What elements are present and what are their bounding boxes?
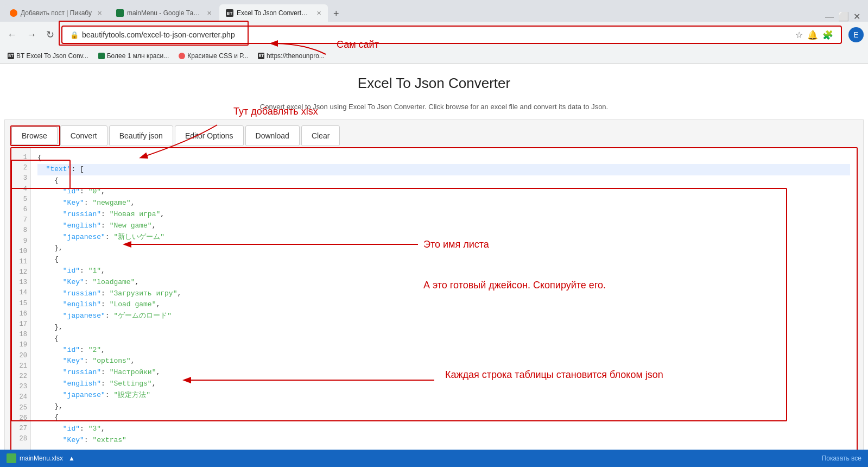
tab-close-pikabu[interactable]: ✕ [97, 10, 102, 17]
line-number-6: 6 [15, 205, 27, 215]
bookmark-green[interactable]: Более 1 млн краси... [95, 51, 173, 61]
forward-button[interactable]: → [24, 27, 39, 43]
tab-favicon-beautify: BT [226, 9, 233, 17]
tab-favicon-sheets [116, 9, 124, 17]
minimize-icon[interactable]: — [825, 12, 834, 22]
json-line-12: "id": "1", [37, 266, 850, 277]
profile-button[interactable]: E [848, 27, 864, 42]
refresh-button[interactable]: ↻ [43, 27, 57, 43]
json-editor-inner: 1234567891011121314151617181920212223242… [11, 148, 857, 450]
tab-bar: Добавить пост | Пикабу ✕ mainMenu - Goog… [0, 0, 868, 22]
back-button[interactable]: ← [4, 27, 20, 43]
status-show-all[interactable]: Показать все [822, 455, 861, 462]
status-bar: mainMenu.xlsx ▲ Показать все [0, 450, 868, 467]
browse-button[interactable]: Browse [11, 127, 58, 145]
json-line-16: "japanese": "ゲームのロード" [37, 311, 850, 322]
json-line-27: "id": "3", [37, 424, 850, 435]
tab-label-beautify: Excel To Json Converter - Beautif... [237, 9, 311, 17]
bookmark-css-icon [179, 53, 185, 59]
bookmark-bt[interactable]: BT BT Excel To Json Conv... [4, 51, 92, 61]
line-number-18: 18 [15, 330, 27, 340]
line-number-13: 13 [15, 277, 27, 288]
json-line-20: "id": "2", [37, 345, 850, 356]
tab-sheets[interactable]: mainMenu - Google Таблицы ✕ [110, 4, 218, 22]
page-title: Excel To Json Converter [0, 75, 868, 92]
omnibar: ← → ↻ 🔒 ☆ 🔔 🧩 E [0, 22, 868, 48]
page-title-area: Excel To Json Converter [0, 64, 868, 97]
beautify-button[interactable]: Beautify json [109, 125, 173, 146]
line-number-3: 3 [15, 173, 27, 184]
json-line-13: "Key": "loadgame", [37, 277, 850, 288]
browser-toolbar-icons: E [848, 27, 864, 42]
bookmark-bt-icon: BT [8, 53, 14, 59]
status-expand-icon[interactable]: ▲ [68, 455, 75, 462]
bookmark-noun[interactable]: BT https://thenounpro... [255, 51, 328, 61]
tab-close-sheets[interactable]: ✕ [207, 10, 212, 17]
alert-icon: 🔔 [807, 30, 818, 40]
address-bar[interactable]: 🔒 ☆ 🔔 🧩 [61, 26, 842, 44]
line-number-14: 14 [15, 288, 27, 298]
json-line-10: { [37, 254, 850, 266]
json-line-21: "Key": "options", [37, 356, 850, 367]
json-line-28: "Key": "extras" [37, 435, 850, 446]
bookmark-green-label: Более 1 млн краси... [107, 52, 169, 60]
line-number-9: 9 [15, 236, 27, 247]
lock-icon: 🔒 [70, 31, 79, 39]
tab-label-pikabu: Добавить пост | Пикабу [21, 9, 92, 17]
json-line-22: "russian": "Настройки", [37, 367, 850, 378]
bookmark-noun-label: https://thenounpro... [267, 52, 325, 60]
line-number-5: 5 [15, 194, 27, 205]
tab-beautify[interactable]: BT Excel To Json Converter - Beautif... … [219, 4, 328, 22]
json-line-7: "english": "New game", [37, 220, 850, 232]
editor-options-button[interactable]: Editor Options [175, 125, 244, 146]
bookmark-star-icon[interactable]: ☆ [795, 30, 803, 40]
json-line-9: }, [37, 243, 850, 254]
json-line-15: "english": "Load game", [37, 299, 850, 311]
bookmark-css-label: Красивые CSS и Р... [187, 52, 248, 60]
json-line-26: { [37, 412, 850, 424]
json-line-17: }, [37, 322, 850, 333]
convert-button[interactable]: Convert [60, 125, 107, 146]
maximize-icon[interactable]: ⬜ [838, 11, 849, 22]
new-tab-button[interactable]: + [329, 6, 344, 22]
line-number-15: 15 [15, 299, 27, 309]
line-number-7: 7 [15, 215, 27, 225]
line-number-10: 10 [15, 247, 27, 257]
bookmarks-bar: BT BT Excel To Json Conv... Более 1 млн … [0, 48, 868, 64]
json-content[interactable]: { "text": [ { "id": "0", "Key": "newgame… [31, 148, 857, 450]
json-editor[interactable]: 1234567891011121314151617181920212223242… [10, 147, 858, 450]
close-icon[interactable]: ✕ [853, 11, 860, 22]
json-line-6: "russian": "Новая игра", [37, 209, 850, 220]
converter-toolbar: Browse Convert Beautify json Editor Opti… [10, 125, 858, 146]
clear-button[interactable]: Clear [301, 125, 340, 146]
tab-label-sheets: mainMenu - Google Таблицы [127, 9, 201, 17]
address-icons: ☆ 🔔 🧩 [795, 30, 833, 40]
line-number-11: 11 [15, 257, 27, 267]
status-file-name: mainMenu.xlsx [20, 455, 63, 462]
file-icon [7, 453, 16, 463]
json-line-24: "japanese": "設定方法" [37, 390, 850, 401]
bookmark-green-icon [98, 53, 105, 59]
json-line-5: "Key": "newgame", [37, 198, 850, 209]
tab-pikabu[interactable]: Добавить пост | Пикабу ✕ [3, 4, 109, 22]
line-number-24: 24 [15, 392, 27, 402]
line-number-2: 2 [15, 163, 27, 173]
address-input[interactable] [82, 30, 792, 39]
json-line-8: "japanese": "新しいゲーム" [37, 232, 850, 243]
description-text: Convert excel to Json using Excel To Jso… [260, 103, 608, 111]
bookmark-css[interactable]: Красивые CSS и Р... [175, 51, 251, 61]
download-button[interactable]: Download [245, 125, 300, 146]
page-content: Excel To Json Converter Convert excel to… [0, 64, 868, 450]
json-line-25: }, [37, 401, 850, 413]
tab-end-buttons: — ⬜ ✕ [825, 11, 865, 22]
line-number-17: 17 [15, 319, 27, 330]
line-number-1: 1 [15, 153, 27, 163]
extensions-icon[interactable]: 🧩 [822, 30, 833, 40]
tab-close-beautify[interactable]: ✕ [316, 10, 321, 17]
json-line-1: { [37, 153, 850, 164]
bookmark-noun-icon: BT [258, 53, 264, 59]
json-line-18: { [37, 333, 850, 345]
line-number-16: 16 [15, 309, 27, 319]
line-number-19: 19 [15, 340, 27, 350]
json-line-3: { [37, 175, 850, 187]
